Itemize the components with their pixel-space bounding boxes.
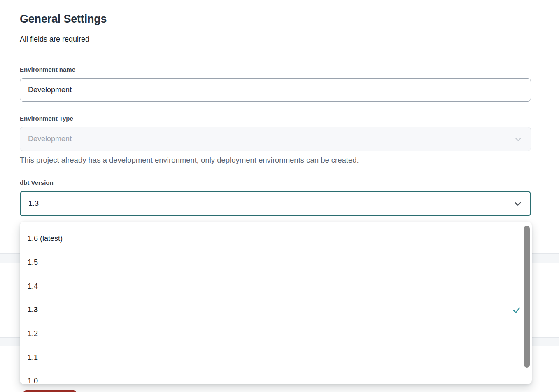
dropdown-option-label: 1.3: [28, 306, 38, 314]
chevron-down-icon: [513, 134, 523, 144]
dropdown-list: 1.6 (latest) 1.5 1.4 1.3: [20, 227, 532, 384]
dropdown-option-label: 1.6 (latest): [28, 234, 63, 243]
page-subtitle: All fields are required: [20, 35, 89, 44]
dbt-version-label: dbt Version: [20, 179, 54, 186]
dropdown-option[interactable]: 1.2: [20, 322, 532, 346]
environment-type-value: Development: [28, 135, 72, 143]
text-cursor: [28, 198, 28, 209]
dropdown-option-label: 1.4: [28, 282, 38, 291]
dbt-version-dropdown: 1.6 (latest) 1.5 1.4 1.3: [20, 222, 532, 384]
dropdown-option-label: 1.0: [28, 377, 38, 384]
delete-button[interactable]: [20, 390, 79, 392]
dropdown-option-label: 1.1: [28, 353, 38, 362]
environment-type-label: Environment Type: [20, 115, 73, 122]
page-title: General Settings: [20, 13, 107, 26]
dropdown-option[interactable]: 1.0: [20, 369, 532, 384]
environment-name-label: Environment name: [20, 66, 75, 73]
chevron-down-icon[interactable]: [513, 199, 523, 209]
check-icon: [512, 306, 521, 315]
dropdown-scrollbar[interactable]: [524, 226, 530, 368]
environment-type-select: Development: [20, 127, 531, 151]
dbt-version-value: 1.3: [28, 199, 39, 208]
dbt-version-select[interactable]: 1.3: [20, 191, 531, 216]
dropdown-option[interactable]: 1.5: [20, 251, 532, 275]
environment-type-help-text: This project already has a development e…: [20, 156, 359, 165]
environment-name-input[interactable]: [20, 78, 531, 102]
dropdown-option[interactable]: 1.6 (latest): [20, 227, 532, 251]
dropdown-option[interactable]: 1.1: [20, 345, 532, 369]
dropdown-option-label: 1.5: [28, 258, 38, 267]
dropdown-option[interactable]: 1.4: [20, 274, 532, 298]
dropdown-option-label: 1.2: [28, 329, 38, 338]
settings-page: General Settings All fields are required…: [0, 0, 559, 392]
dropdown-option[interactable]: 1.3: [20, 298, 532, 322]
